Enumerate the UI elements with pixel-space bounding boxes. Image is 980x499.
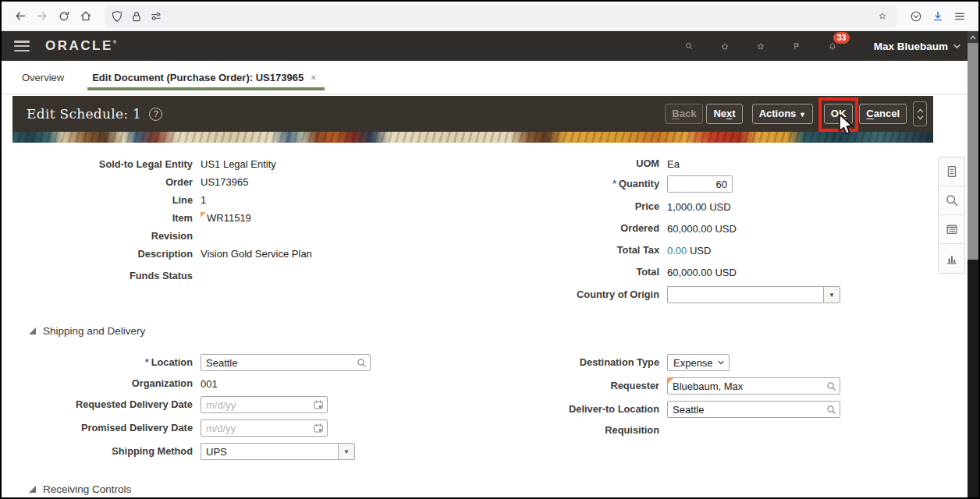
back-button[interactable]: Back (665, 104, 703, 124)
country-of-origin-dropdown-button[interactable]: ▼ (823, 286, 840, 303)
total-tax-link[interactable]: 0.00 (667, 245, 687, 257)
field-price: Price1,000.00 USD (459, 196, 978, 218)
document-pane-icon[interactable] (939, 157, 964, 186)
section-collapse-icon[interactable] (29, 486, 36, 493)
info-corner-marker (201, 212, 206, 218)
ok-button[interactable]: OK (824, 104, 854, 124)
info-corner-marker (668, 378, 673, 384)
screenshot-frame: ORACLE® 33 Max Bluebaum O (0, 0, 980, 499)
watchlist-flag-icon[interactable] (788, 37, 805, 55)
field-ordered: Ordered60,000.00 USD (459, 218, 978, 239)
field-requester: Requester (459, 374, 978, 398)
notification-badge: 33 (833, 32, 850, 44)
field-requested-delivery-date: Requested Delivery Date (2, 393, 459, 416)
oracle-header: ORACLE® 33 Max Bluebaum (2, 31, 978, 61)
brand-text: ORACLE (45, 38, 113, 54)
section-receiving-controls: Receiving Controls (2, 483, 978, 495)
browser-menu-icon[interactable] (949, 5, 971, 27)
caret-down-icon: ▼ (799, 111, 806, 119)
quantity-input[interactable] (667, 175, 733, 193)
field-promised-delivery-date: Promised Delivery Date (2, 416, 459, 440)
scrollbar-up-arrow[interactable] (968, 31, 978, 43)
cancel-button[interactable]: Cancel (859, 104, 907, 124)
field-country-of-origin: Country of Origin ▼ (459, 283, 978, 306)
country-of-origin-input[interactable] (667, 286, 823, 303)
section-shipping-and-delivery: Shipping and Delivery (2, 325, 978, 337)
deliver-to-location-input[interactable] (667, 401, 840, 418)
field-uom: UOMEa (459, 155, 978, 172)
page-scrollbar[interactable] (968, 31, 978, 497)
lock-icon[interactable] (130, 10, 143, 23)
favorites-star-icon[interactable] (752, 37, 769, 55)
field-deliver-to-location: Deliver-to Location (459, 398, 978, 421)
pocket-icon[interactable] (905, 5, 927, 27)
scrollbar-thumb[interactable] (968, 43, 978, 260)
field-description: DescriptionVision Gold Service Plan (2, 245, 459, 263)
field-destination-type: Destination Type Expense (459, 351, 978, 374)
chevron-up-icon (970, 35, 976, 40)
field-total-tax: Total Tax0.00 USD (459, 239, 978, 261)
destination-type-select[interactable]: Expense (667, 354, 730, 371)
main-content: Edit Schedule: 1 ? Back Next Actions ▼ O… (2, 94, 978, 497)
field-organization: Organization001 (2, 374, 459, 393)
brand-mark: ® (113, 40, 116, 44)
field-quantity: *Quantity (459, 172, 978, 196)
help-icon[interactable]: ? (149, 108, 162, 121)
tab-overview[interactable]: Overview (17, 71, 69, 84)
calendar-icon[interactable] (313, 423, 324, 434)
requester-search-icon[interactable] (826, 381, 836, 391)
actions-menu-button[interactable]: Actions ▼ (752, 104, 813, 124)
field-revision: Revision (2, 227, 459, 245)
tab-edit-document-label: Edit Document (Purchase Order): US173965 (92, 72, 304, 83)
next-button[interactable]: Next (706, 104, 742, 124)
edit-schedule-toolbar: Edit Schedule: 1 ? Back Next Actions ▼ O… (12, 96, 933, 132)
section-collapse-icon[interactable] (29, 327, 36, 334)
notifications-bell-icon[interactable]: 33 (824, 37, 841, 55)
chart-pane-icon[interactable] (939, 244, 964, 273)
home-icon[interactable] (716, 37, 733, 55)
chevron-down-icon (917, 115, 924, 120)
permissions-icon[interactable] (150, 10, 162, 23)
location-input[interactable] (201, 354, 371, 371)
field-item: ItemWR11519 (2, 209, 459, 227)
tab-edit-document[interactable]: Edit Document (Purchase Order): US173965… (92, 61, 318, 94)
deliver-to-search-icon[interactable] (826, 405, 836, 415)
search-icon[interactable] (680, 37, 698, 55)
browser-reload-button[interactable] (53, 5, 75, 27)
promised-delivery-date-input[interactable] (201, 419, 328, 437)
redwood-decorative-banner (12, 132, 933, 143)
field-sold-to-legal-entity: Sold-to Legal EntityUS1 Legal Entity (2, 155, 459, 173)
location-search-icon[interactable] (357, 358, 367, 368)
search-pane-icon[interactable] (939, 186, 964, 215)
shipping-method-dropdown-button[interactable]: ▼ (338, 443, 355, 460)
download-icon[interactable] (927, 5, 949, 27)
select-chevron-icon (717, 359, 725, 366)
bookmark-star-icon[interactable] (874, 8, 891, 25)
user-name: Max Bluebaum (874, 41, 948, 52)
browser-back-button[interactable] (9, 5, 31, 27)
user-menu[interactable]: Max Bluebaum (869, 40, 966, 53)
tab-close-icon[interactable]: × (309, 72, 318, 83)
chevron-up-icon (917, 108, 924, 113)
requester-input[interactable] (667, 377, 840, 395)
field-location: *Location (2, 351, 459, 374)
scroll-spinner[interactable] (913, 101, 927, 126)
nav-menu-icon[interactable] (14, 41, 30, 51)
calendar-icon[interactable] (313, 399, 324, 410)
list-pane-icon[interactable] (939, 215, 964, 244)
user-menu-chevron-icon (953, 42, 961, 51)
required-marker: * (145, 356, 149, 368)
field-shipping-method: Shipping Method ▼ (2, 440, 459, 463)
section-title: Shipping and Delivery (43, 325, 145, 337)
browser-forward-button[interactable] (31, 5, 53, 27)
requested-delivery-date-input[interactable] (201, 396, 328, 413)
schedule-summary: Sold-to Legal EntityUS1 Legal Entity Ord… (2, 143, 978, 306)
browser-home-button[interactable] (75, 5, 97, 27)
field-line: Line1 (2, 191, 459, 209)
shipping-method-input[interactable] (201, 443, 338, 460)
field-order: OrderUS173965 (2, 173, 459, 191)
url-bar[interactable] (105, 5, 897, 27)
shield-icon[interactable] (111, 10, 123, 23)
field-total: Total60,000.00 USD (459, 261, 978, 283)
section-title: Receiving Controls (43, 483, 131, 495)
